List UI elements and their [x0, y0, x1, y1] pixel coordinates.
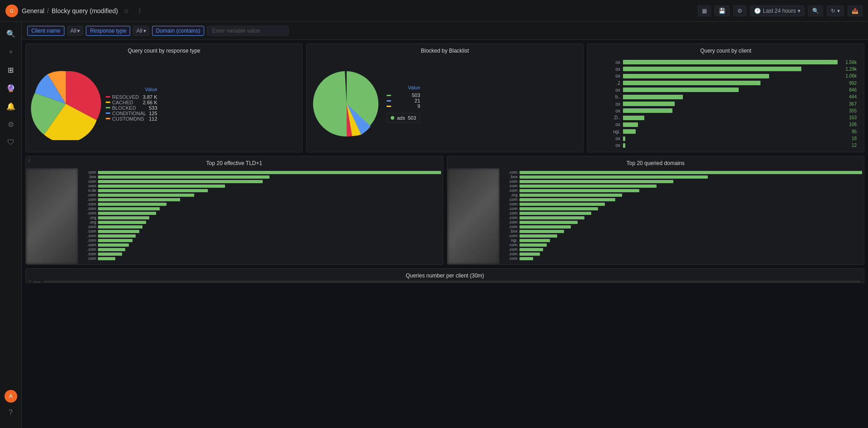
top20-bar-row: .com [80, 202, 441, 206]
save-btn[interactable]: 💾 [715, 5, 730, 16]
panel-content-tld: .com .box .com .com n.de .com .com [26, 168, 443, 264]
panel-title-response: Query count by response type [26, 44, 302, 56]
legend-items-blacklist: 503 21 9 [387, 92, 420, 109]
tld-blurred-area [26, 168, 78, 264]
panel-title-tld: Top 20 effective TLD+1 [26, 156, 443, 168]
hbar-row: ox 106 [593, 122, 857, 127]
legend-item: BLOCKED 533 [106, 105, 157, 111]
response-type-label: Response type [90, 28, 126, 34]
legend-item: 503 [387, 92, 420, 98]
share-icon[interactable]: ⋮ [135, 7, 145, 15]
legend-item: CONDITIONAL 125 [106, 111, 157, 116]
top20-bar-row: .com [501, 211, 863, 215]
panel-title-qpc: Queries number per client (30m) [26, 269, 864, 281]
hbar-row: ox 1.29k [593, 66, 857, 72]
dashboard-panel-btn[interactable]: ▦ [698, 5, 711, 16]
top20-bar-row: .com [80, 211, 441, 215]
legend-header-response: Value [106, 87, 157, 92]
panel-title-client: Query count by client [588, 44, 864, 56]
panel-content-blacklist: Value 503 21 9 ads 503 [307, 56, 583, 152]
domain-label: Domain (contains) [156, 28, 200, 34]
refresh-btn[interactable]: ↻ ▾ [827, 5, 844, 16]
sidebar-settings[interactable]: ⚙ [3, 116, 19, 132]
top20-bar-row: .com [80, 184, 441, 188]
sidebar-add[interactable]: ＋ [3, 44, 19, 60]
sidebar-help[interactable]: ? [3, 404, 19, 421]
legend-item: CUSTOMDNS 112 [106, 116, 157, 122]
info-icon-tld: i [29, 158, 29, 163]
sidebar-shield[interactable]: 🛡 [3, 134, 19, 151]
breadcrumb-separator: / [47, 7, 49, 15]
top20-bar-row: .com [501, 184, 863, 188]
share-icon: 📤 [852, 8, 858, 14]
top20-bar-row: .com [501, 256, 863, 261]
variable-input[interactable]: Enter variable value [207, 26, 289, 36]
top20-bar-row: .com [501, 179, 863, 184]
pie-chart-blacklist [310, 68, 383, 140]
top20-bar-row: .com [501, 220, 863, 224]
star-icon[interactable]: ☆ [122, 7, 131, 15]
client-name-filter[interactable]: Client name [27, 26, 64, 36]
sidebar-explore[interactable]: 🔮 [3, 80, 19, 96]
sidebar-alerting[interactable]: 🔔 [3, 98, 19, 114]
refresh-chevron: ▾ [837, 8, 840, 14]
breadcrumb-page: Blocky query (modified) [52, 7, 118, 15]
top20-domains-panel: Top 20 queried domains .com .box .com .c… [447, 156, 865, 265]
zoom-out-btn[interactable]: 🔍 [808, 5, 823, 16]
tld-chart: .com .box .com .com n.de .com .com [78, 168, 443, 264]
save-icon: 💾 [719, 8, 726, 14]
top20-bar-row: .org [501, 193, 863, 197]
legend-item: CACHED 2.66 K [106, 100, 157, 105]
time-range-label: Last 24 hours [763, 8, 796, 14]
top20-bar-row: .com [80, 256, 441, 261]
top20-bar-row: .com [501, 197, 863, 202]
hbar-row: .D.. 163 [593, 115, 857, 121]
avatar[interactable]: A [5, 390, 17, 403]
row2: i Top 20 effective TLD+1 .com .box [25, 156, 864, 265]
top20-bar-row: .box [501, 175, 863, 179]
panel-title-blacklist: Blocked by Blacklist [307, 44, 583, 56]
response-type-filter[interactable]: Response type [86, 26, 130, 36]
response-type-dropdown[interactable]: All ▾ [133, 26, 149, 36]
dashboard: Query count by response type [22, 40, 868, 428]
top20-bar-row: .com [80, 170, 441, 175]
hbar-row: .2 992 [593, 80, 857, 86]
topbar: G General / Blocky query (modified) ☆ ⋮ … [0, 0, 868, 22]
hbar-row: ox 18 [593, 136, 857, 141]
top20-bar-row: .org [80, 220, 441, 224]
top20-bar-row: .com [80, 179, 441, 184]
sidebar-dashboards[interactable]: ⊞ [3, 62, 19, 78]
grafana-logo: G [5, 5, 18, 17]
blocked-blacklist-panel: Blocked by Blacklist [306, 44, 584, 152]
panel-content-client: ox 1.56k ox 1.29k ox 1.06k .2 992 ox 846… [588, 56, 864, 152]
query-count-client-panel: Query count by client ox 1.56k ox 1.29k … [587, 44, 864, 152]
legend-blacklist: Value 503 21 9 ads 503 [387, 85, 420, 123]
client-name-dropdown[interactable]: All ▾ [67, 26, 83, 36]
top20-bar-row: .com [80, 206, 441, 211]
hbar-row: ox 1.06k [593, 73, 857, 79]
top20-bar-row: .com [501, 247, 863, 252]
settings-btn[interactable]: ⚙ [733, 5, 746, 16]
share-dashboard-btn[interactable]: 📤 [848, 5, 863, 16]
filterbar: Client name All ▾ Response type All ▾ Do… [22, 22, 868, 40]
time-range-picker[interactable]: 🕐 Last 24 hours ▾ [750, 5, 804, 16]
pie-svg-response [29, 68, 102, 140]
qpc-xaxis [44, 281, 860, 282]
panel-content-response: Value RESOLVED 3.87 K CACHED 2.66 K BLOC… [26, 56, 302, 152]
hbar-row: ox 1.56k [593, 59, 857, 65]
top20-bar-row: .com [501, 206, 863, 211]
top20-bar-row: n.de [80, 188, 441, 193]
breadcrumb-home[interactable]: General [22, 7, 44, 15]
topbar-right: ▦ 💾 ⚙ 🕐 Last 24 hours ▾ 🔍 ↻ ▾ 📤 [698, 5, 863, 16]
queries-per-client-panel: Queries number per client (30m) queries … [25, 268, 864, 283]
tooltip-dot [391, 116, 394, 120]
sidebar-search[interactable]: 🔍 [3, 25, 19, 42]
top20-bar-row: .com [501, 224, 863, 229]
client-bars: ox 1.56k ox 1.29k ox 1.06k .2 992 ox 846… [593, 59, 857, 148]
domain-filter[interactable]: Domain (contains) [152, 26, 204, 36]
hbar-row: ox 355 [593, 108, 857, 113]
top20-bar-row: .org [80, 215, 441, 220]
gear-icon: ⚙ [737, 8, 742, 14]
sidebar: 🔍 ＋ ⊞ 🔮 🔔 ⚙ 🛡 A ? [0, 22, 22, 428]
panel-content-qpc: queries count 5004003002001000 [26, 281, 864, 282]
